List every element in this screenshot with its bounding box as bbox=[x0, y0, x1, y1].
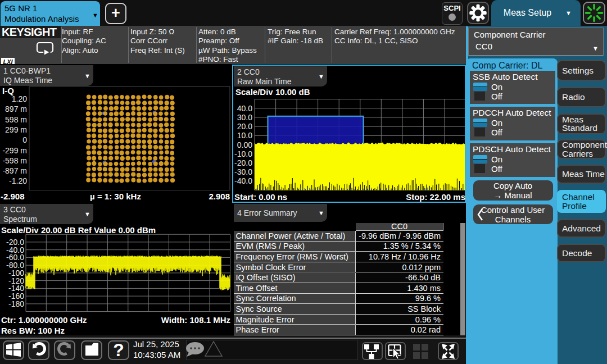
svg-text:?: ? bbox=[113, 340, 124, 360]
